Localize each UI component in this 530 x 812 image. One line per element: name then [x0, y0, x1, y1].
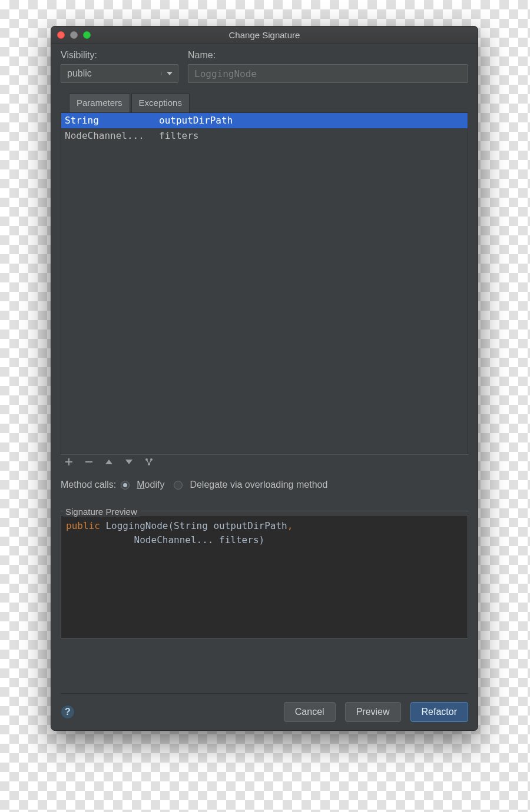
parameter-row[interactable]: NodeChannel... filters	[61, 128, 468, 144]
dialog-footer: ? Cancel Preview Refactor	[61, 693, 468, 722]
add-icon[interactable]	[64, 457, 74, 467]
signature-comma: ,	[287, 520, 293, 531]
name-label: Name:	[188, 50, 468, 61]
signature-preview-section: Signature Preview public LoggingNode(Str…	[61, 501, 468, 638]
svg-rect-0	[85, 461, 92, 462]
titlebar: Change Signature	[51, 26, 478, 44]
method-calls-label: Method calls:	[61, 480, 116, 490]
radio-delegate[interactable]	[174, 481, 183, 490]
close-icon[interactable]	[57, 31, 65, 39]
name-field[interactable]: LoggingNode	[188, 64, 468, 83]
chevron-down-icon	[161, 72, 172, 75]
signature-preview-label: Signature Preview	[63, 507, 140, 517]
window-title: Change Signature	[51, 30, 478, 40]
parameter-toolbar	[61, 454, 468, 471]
change-signature-dialog: Change Signature Visibility: public Name…	[51, 26, 478, 731]
cancel-button[interactable]: Cancel	[284, 702, 336, 722]
parameter-name: filters	[159, 128, 464, 144]
radio-modify-label[interactable]: Modify	[137, 480, 164, 490]
remove-icon[interactable]	[84, 457, 94, 467]
refactor-button[interactable]: Refactor	[410, 702, 468, 722]
top-fields-row: Visibility: public Name: LoggingNode	[61, 50, 468, 83]
propagate-icon[interactable]	[144, 457, 154, 467]
minimize-icon	[70, 31, 78, 39]
signature-line2: NodeChannel... filters)	[66, 533, 463, 547]
tab-parameters[interactable]: Parameters	[69, 94, 130, 112]
zoom-icon[interactable]	[83, 31, 91, 39]
signature-line1: LoggingNode(String outputDirPath	[100, 520, 287, 531]
dialog-body: Visibility: public Name: LoggingNode Par…	[51, 44, 478, 730]
visibility-value: public	[67, 68, 92, 79]
parameter-type: NodeChannel...	[65, 128, 159, 144]
visibility-dropdown[interactable]: public	[61, 64, 178, 83]
visibility-label: Visibility:	[61, 50, 178, 61]
radio-modify[interactable]	[121, 481, 130, 490]
signature-preview-box: public LoggingNode(String outputDirPath,…	[61, 515, 468, 638]
parameter-list[interactable]: String outputDirPath NodeChannel... filt…	[61, 113, 468, 454]
method-calls-row: Method calls: Modify Delegate via overlo…	[61, 480, 468, 490]
tabs: Parameters Exceptions	[61, 94, 468, 113]
help-icon[interactable]: ?	[61, 705, 75, 719]
parameter-row[interactable]: String outputDirPath	[61, 113, 468, 128]
move-down-icon[interactable]	[124, 457, 134, 467]
move-up-icon[interactable]	[104, 457, 114, 467]
signature-keyword: public	[66, 520, 100, 531]
radio-delegate-label[interactable]: Delegate via overloading method	[190, 480, 327, 490]
tab-exceptions[interactable]: Exceptions	[131, 94, 190, 112]
preview-button[interactable]: Preview	[345, 702, 401, 722]
traffic-lights	[57, 31, 91, 39]
name-value: LoggingNode	[194, 68, 257, 79]
parameter-name: outputDirPath	[159, 113, 464, 128]
parameter-type: String	[65, 113, 159, 128]
